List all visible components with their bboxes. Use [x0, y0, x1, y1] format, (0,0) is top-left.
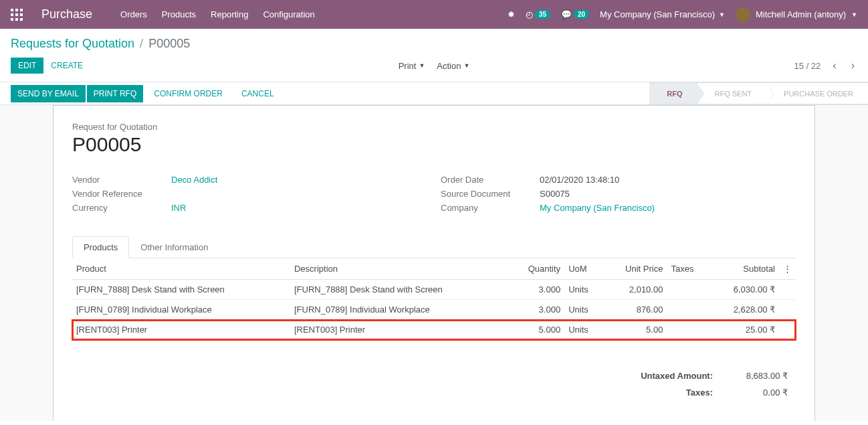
- form-scroll[interactable]: Request for Quotation P00005 VendorDeco …: [0, 105, 868, 421]
- menu-reporting[interactable]: Reporting: [211, 9, 248, 19]
- bug-icon[interactable]: ✸: [508, 9, 515, 19]
- chat-badge: 20: [574, 10, 589, 19]
- cell-uom: Units: [564, 280, 603, 300]
- source-doc-value: S00075: [540, 189, 570, 199]
- menu-products[interactable]: Products: [162, 9, 196, 19]
- cell-unit-price: 5.00: [603, 320, 667, 340]
- tabs: Products Other Information: [72, 236, 796, 258]
- currency-value[interactable]: INR: [171, 203, 186, 213]
- cell-taxes: [667, 320, 710, 340]
- print-rfq-button[interactable]: Print RFQ: [87, 85, 143, 102]
- tab-other-info[interactable]: Other Information: [129, 236, 219, 258]
- clock-badge: 35: [535, 10, 550, 19]
- taxes-total-value: 0.00 ₹: [721, 385, 794, 400]
- cell-unit-price: 876.00: [603, 300, 667, 320]
- company-switcher[interactable]: My Company (San Francisco) ▼: [600, 9, 725, 19]
- pager-prev[interactable]: ‹: [830, 60, 839, 72]
- chevron-down-icon: ▼: [419, 62, 425, 69]
- company-label: Company: [441, 203, 540, 213]
- cell-quantity: 3.000: [508, 300, 564, 320]
- cell-product: [RENT003] Printer: [72, 320, 290, 340]
- cell-quantity: 5.000: [508, 320, 564, 340]
- vendor-label: Vendor: [72, 175, 171, 185]
- tray-messages[interactable]: 💬 20: [561, 9, 589, 19]
- col-quantity[interactable]: Quantity: [508, 258, 564, 280]
- user-name: Mitchell Admin (antony): [756, 9, 846, 19]
- col-description[interactable]: Description: [290, 258, 508, 280]
- cell-quantity: 3.000: [508, 280, 564, 300]
- nav-menu: Orders Products Reporting Configuration: [120, 9, 315, 19]
- breadcrumb: Requests for Quotation / P00005: [0, 29, 868, 54]
- svg-rect-5: [20, 13, 23, 16]
- cell-description: [RENT003] Printer: [290, 320, 508, 340]
- app-title[interactable]: Purchase: [41, 7, 92, 21]
- cell-subtotal: 2,628.00 ₹: [710, 300, 780, 320]
- cancel-button[interactable]: Cancel: [232, 85, 284, 102]
- source-doc-label: Source Document: [441, 189, 540, 199]
- pager-next[interactable]: ›: [849, 60, 857, 72]
- form-sheet: Request for Quotation P00005 VendorDeco …: [53, 105, 815, 421]
- breadcrumb-root[interactable]: Requests for Quotation: [11, 37, 134, 51]
- col-subtotal[interactable]: Subtotal: [710, 258, 780, 280]
- table-row[interactable]: [RENT003] Printer[RENT003] Printer5.000U…: [72, 320, 796, 340]
- cell-subtotal: 6,030.00 ₹: [710, 280, 780, 300]
- edit-button[interactable]: Edit: [11, 58, 43, 74]
- company-value[interactable]: My Company (San Francisco): [540, 203, 655, 213]
- cell-description: [FURN_0789] Individual Workplace: [290, 300, 508, 320]
- chevron-down-icon: ▼: [719, 11, 725, 18]
- step-purchase-order[interactable]: Purchase Order: [766, 82, 868, 104]
- svg-rect-2: [20, 9, 23, 11]
- col-unit-price[interactable]: Unit Price: [603, 258, 667, 280]
- tray-clock[interactable]: ◴ 35: [526, 9, 550, 19]
- vendor-ref-label: Vendor Reference: [72, 189, 171, 199]
- chevron-down-icon: ▼: [851, 11, 857, 18]
- control-bar: Edit Create Print▼ Action▼ 15 / 22 ‹ ›: [0, 54, 868, 82]
- col-product[interactable]: Product: [72, 258, 290, 280]
- create-button[interactable]: Create: [43, 58, 90, 74]
- cell-taxes: [667, 280, 710, 300]
- send-email-button[interactable]: Send by Email: [11, 85, 86, 102]
- step-rfq[interactable]: RFQ: [649, 82, 697, 104]
- form-type-label: Request for Quotation: [72, 122, 796, 132]
- col-taxes[interactable]: Taxes: [667, 258, 710, 280]
- table-row[interactable]: [FURN_7888] Desk Stand with Screen[FURN_…: [72, 280, 796, 300]
- cell-uom: Units: [564, 300, 603, 320]
- chevron-down-icon: ▼: [463, 62, 469, 69]
- svg-rect-8: [20, 18, 23, 21]
- status-steps: RFQ RFQ Sent Purchase Order: [649, 82, 868, 104]
- untaxed-label: Untaxed Amount:: [634, 368, 720, 384]
- order-lines-table: Product Description Quantity UoM Unit Pr…: [72, 258, 796, 340]
- cell-description: [FURN_7888] Desk Stand with Screen: [290, 280, 508, 300]
- pager-count: 15 / 22: [794, 61, 821, 71]
- user-menu[interactable]: Mitchell Admin (antony) ▼: [736, 7, 857, 22]
- action-dropdown[interactable]: Action▼: [437, 61, 469, 71]
- menu-configuration[interactable]: Configuration: [263, 9, 314, 19]
- cell-product: [FURN_0789] Individual Workplace: [72, 300, 290, 320]
- form-title: P00005: [72, 133, 796, 156]
- apps-icon[interactable]: [11, 9, 23, 21]
- tab-products[interactable]: Products: [72, 236, 129, 258]
- svg-rect-6: [11, 18, 13, 21]
- breadcrumb-current: P00005: [148, 37, 190, 51]
- order-date-value: 02/01/2020 13:48:10: [540, 175, 619, 185]
- taxes-total-label: Taxes:: [634, 385, 720, 400]
- table-row[interactable]: [FURN_0789] Individual Workplace[FURN_07…: [72, 300, 796, 320]
- print-dropdown[interactable]: Print▼: [399, 61, 425, 71]
- top-nav: Purchase Orders Products Reporting Confi…: [0, 0, 868, 29]
- vendor-value[interactable]: Deco Addict: [171, 175, 217, 185]
- company-name: My Company (San Francisco): [600, 9, 715, 19]
- svg-rect-7: [15, 18, 18, 21]
- cell-taxes: [667, 300, 710, 320]
- col-uom[interactable]: UoM: [564, 258, 603, 280]
- confirm-order-button[interactable]: Confirm Order: [144, 85, 232, 102]
- col-options-icon[interactable]: ⋮: [779, 258, 796, 280]
- status-bar: Send by Email Print RFQ Confirm Order Ca…: [0, 82, 868, 105]
- cell-empty: [779, 320, 796, 340]
- svg-rect-0: [11, 9, 13, 11]
- menu-orders[interactable]: Orders: [120, 9, 147, 19]
- nav-right: ✸ ◴ 35 💬 20 My Company (San Francisco) ▼…: [508, 7, 857, 22]
- step-rfq-sent[interactable]: RFQ Sent: [697, 82, 766, 104]
- currency-label: Currency: [72, 203, 171, 213]
- cell-empty: [779, 280, 796, 300]
- svg-rect-1: [15, 9, 18, 11]
